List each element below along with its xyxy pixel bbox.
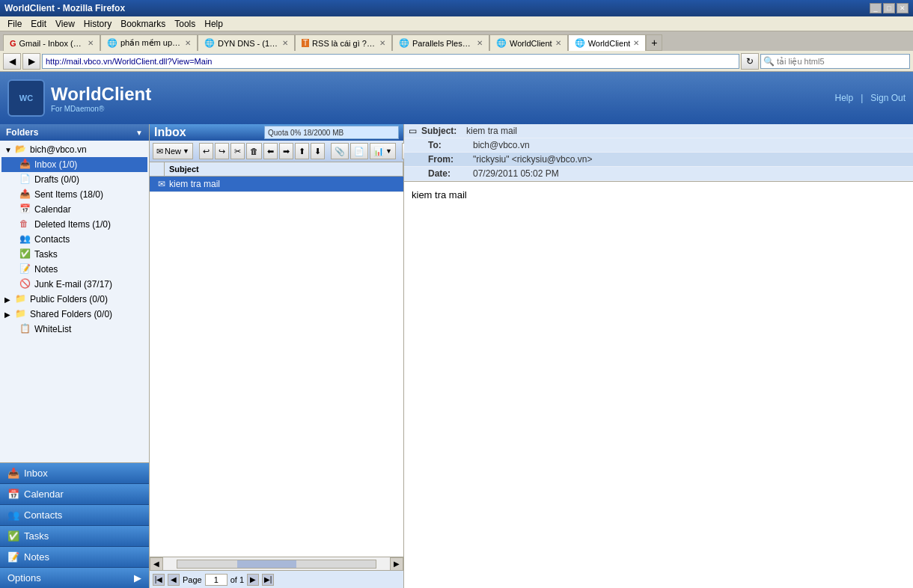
menu-tools[interactable]: Tools	[170, 17, 200, 31]
sidebar-account[interactable]: ▼ 📂 bich@vbco.vn	[1, 142, 147, 157]
bottom-tasks-icon: ✅	[7, 530, 19, 542]
menu-bookmarks[interactable]: Bookmarks	[116, 17, 170, 31]
sidebar-item-contacts[interactable]: 👥 Contacts	[1, 232, 147, 247]
hscroll-thumb[interactable]	[237, 560, 297, 568]
logo-icon: WC	[19, 94, 33, 102]
hscroll-right[interactable]: ▶	[390, 557, 403, 571]
col-flag	[150, 162, 165, 176]
page-prev[interactable]: ◀	[168, 574, 180, 586]
tab-rss[interactable]: T RSS là cái gì ? | TuanVA!... ✕	[295, 34, 392, 51]
tab-phanmem[interactable]: 🌐 phần mềm update dyna... ✕	[100, 34, 198, 51]
expand-icon: ▼	[4, 146, 12, 154]
sidebar-item-inbox[interactable]: 📥 Inbox (1/0)	[1, 157, 147, 172]
bottom-nav-inbox[interactable]: 📥 Inbox	[0, 463, 149, 484]
toolbar-btn-reply[interactable]: ↩	[199, 143, 213, 159]
sidebar-item-calendar[interactable]: 📅 Calendar	[1, 202, 147, 217]
browser-titlebar: WorldClient - Mozilla Firefox _ □ ✕	[0, 0, 913, 16]
search-input[interactable]	[777, 57, 909, 66]
toolbar-btn-cut[interactable]: ✂	[230, 143, 245, 159]
tab-close-gmail[interactable]: ✕	[88, 39, 94, 47]
page-next[interactable]: ▶	[247, 574, 259, 586]
toolbar-btn-down[interactable]: ⬇	[311, 143, 325, 159]
view-dropdown-icon[interactable]: ▼	[385, 147, 392, 155]
window-controls[interactable]: _ □ ✕	[870, 3, 909, 13]
detail-from-row: From: "rickysiu" <rickysiu@vbco.vn>	[404, 153, 913, 167]
page-number-input[interactable]	[205, 574, 228, 586]
toolbar-btn-forward-msg[interactable]: ➡	[279, 143, 293, 159]
email-row[interactable]: ✉ kiem tra mail	[150, 177, 403, 192]
toolbar-btn-up[interactable]: ⬆	[295, 143, 309, 159]
sidebar-item-sent[interactable]: 📤 Sent Items (18/0)	[1, 187, 147, 202]
options-arrow-icon: ▶	[134, 572, 141, 584]
expand-public-icon: ▶	[4, 295, 12, 304]
bottom-calendar-icon: 📅	[7, 489, 19, 500]
toolbar-btn-back[interactable]: ⬅	[263, 143, 278, 159]
menu-history[interactable]: History	[79, 17, 116, 31]
expand-shared-icon: ▶	[4, 310, 12, 319]
bottom-nav-calendar[interactable]: 📅 Calendar	[0, 484, 149, 505]
tab-close-wc2[interactable]: ✕	[633, 39, 639, 47]
tab-close-wc1[interactable]: ✕	[555, 39, 561, 47]
inbox-title-bar: Inbox	[150, 124, 403, 141]
signout-link[interactable]: Sign Out	[870, 93, 906, 103]
hscroll-track[interactable]	[177, 560, 376, 569]
toolbar-btn-doc[interactable]: 📄	[350, 143, 368, 159]
back-button[interactable]: ◀	[3, 53, 21, 70]
new-tab-button[interactable]: +	[646, 34, 662, 51]
hscroll-left[interactable]: ◀	[150, 557, 163, 571]
address-bar[interactable]	[42, 54, 739, 69]
bottom-notes-icon: 📝	[7, 551, 19, 563]
toolbar-btn-view[interactable]: 📊▼	[370, 143, 396, 159]
tab-close-rss[interactable]: ✕	[379, 39, 385, 47]
menu-help[interactable]: Help	[200, 17, 228, 31]
detail-minimize-icon[interactable]: ▭	[409, 126, 417, 136]
whitelist-icon: 📋	[19, 323, 31, 335]
col-subject[interactable]: Subject	[165, 162, 403, 176]
go-button[interactable]: ↻	[741, 53, 759, 70]
page-last[interactable]: ▶|	[262, 574, 274, 586]
toolbar-btn-delete[interactable]: 🗑	[246, 143, 262, 159]
sidebar-item-public[interactable]: ▶ 📁 Public Folders (0/0)	[1, 292, 147, 307]
sidebar-item-notes[interactable]: 📝 Notes	[1, 262, 147, 277]
close-button[interactable]: ✕	[897, 3, 909, 13]
detail-to-row: To: bich@vbco.vn	[404, 138, 913, 153]
bottom-nav-contacts[interactable]: 👥 Contacts	[0, 505, 149, 526]
page-first[interactable]: |◀	[153, 574, 165, 586]
menu-view[interactable]: View	[51, 17, 79, 31]
minimize-button[interactable]: _	[870, 3, 882, 13]
tab-close-plesk[interactable]: ✕	[477, 39, 483, 47]
new-dropdown-icon[interactable]: ▼	[183, 147, 189, 155]
bottom-nav-tasks[interactable]: ✅ Tasks	[0, 526, 149, 547]
tab-gmail[interactable]: G Gmail - Inbox (911) - ky... ✕	[3, 34, 100, 51]
tab-plesk[interactable]: 🌐 Parallels Plesk Panel 9.0... ✕	[392, 34, 489, 51]
bottom-options[interactable]: Options ▶	[0, 568, 149, 588]
sidebar-item-whitelist[interactable]: 📋 WhiteList	[1, 322, 147, 337]
new-button[interactable]: ✉ New ▼	[153, 143, 193, 159]
app-title: WorldClient	[51, 84, 151, 105]
sidebar-item-tasks[interactable]: ✅ Tasks	[1, 247, 147, 262]
forward-button[interactable]: ▶	[22, 53, 40, 70]
sidebar-item-shared[interactable]: ▶ 📁 Shared Folders (0/0)	[1, 307, 147, 322]
drafts-icon: 📄	[19, 174, 31, 186]
tab-worldclient1[interactable]: 🌐 WorldClient ✕	[489, 34, 568, 51]
menu-edit[interactable]: Edit	[26, 17, 51, 31]
subject-label: Subject:	[421, 126, 466, 136]
sidebar-item-deleted[interactable]: 🗑 Deleted Items (1/0)	[1, 217, 147, 232]
tab-close-dyndns[interactable]: ✕	[282, 39, 288, 47]
list-pagination: |◀ ◀ Page of 1 ▶ ▶|	[150, 570, 403, 588]
toolbar-btn-replyall[interactable]: ↪	[215, 143, 229, 159]
date-value: 07/29/2011 05:02 PM	[473, 168, 559, 179]
sidebar-item-junk[interactable]: 🚫 Junk E-mail (37/17)	[1, 277, 147, 292]
tab-worldclient2[interactable]: 🌐 WorldClient ✕	[568, 34, 647, 51]
menu-file[interactable]: File	[3, 17, 26, 31]
inbox-title: Inbox	[154, 126, 186, 139]
to-value: bich@vbco.vn	[473, 140, 530, 150]
sidebar-item-drafts[interactable]: 📄 Drafts (0/0)	[1, 172, 147, 187]
toolbar-btn-attach[interactable]: 📎	[331, 143, 349, 159]
help-link[interactable]: Help	[834, 93, 853, 103]
bottom-nav-notes[interactable]: 📝 Notes	[0, 547, 149, 568]
maximize-button[interactable]: □	[883, 3, 895, 13]
quota-display	[264, 126, 399, 139]
tab-close-phanmem[interactable]: ✕	[185, 39, 191, 47]
tab-dyndns[interactable]: 🌐 DYN DNS - (112.213.80.... ✕	[198, 34, 295, 51]
